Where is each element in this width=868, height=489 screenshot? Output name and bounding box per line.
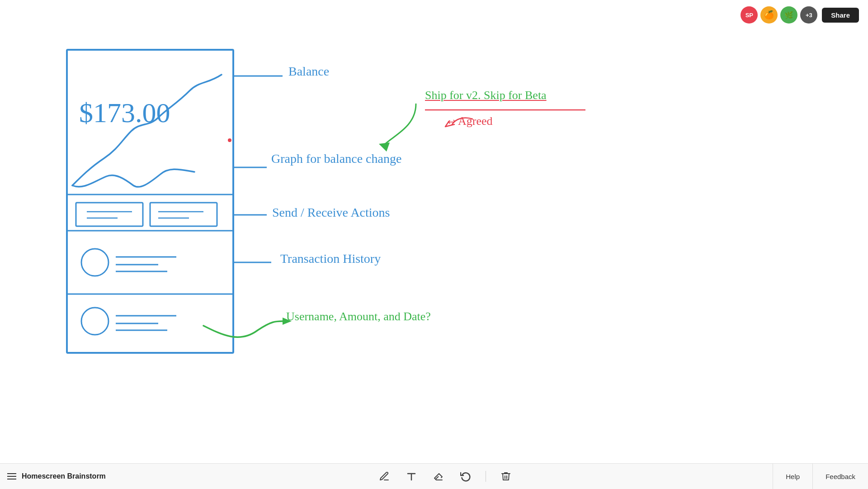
trash-tool-button[interactable] [499, 469, 513, 484]
bottom-toolbar: Homescreen Brainstorm [0, 463, 868, 489]
svg-rect-7 [76, 203, 143, 226]
balance-label: Balance [288, 64, 329, 79]
feedback-button[interactable]: Feedback [812, 464, 868, 489]
annotation-agreed: ↩Agreed [448, 114, 493, 128]
annotation-ship: Ship for v2. Skip for Beta [425, 89, 547, 102]
canvas-svg: $173.00 [0, 0, 868, 452]
svg-rect-8 [150, 203, 217, 226]
transaction-history-label: Transaction History [280, 252, 381, 266]
bottom-right-section: Help Feedback [773, 464, 868, 489]
undo-tool-button[interactable] [458, 469, 473, 484]
bottom-left-section: Homescreen Brainstorm [0, 472, 118, 480]
tool-divider [486, 471, 486, 482]
document-title: Homescreen Brainstorm [22, 472, 106, 480]
help-button[interactable]: Help [773, 464, 812, 489]
send-receive-label: Send / Receive Actions [272, 205, 390, 220]
svg-text:$173.00: $173.00 [79, 97, 170, 128]
eraser-tool-button[interactable] [431, 469, 446, 484]
graph-label: Graph for balance change [271, 152, 401, 166]
svg-point-5 [228, 138, 231, 142]
svg-marker-25 [379, 142, 390, 152]
svg-point-20 [81, 308, 108, 335]
reply-icon: ↩ [448, 117, 455, 127]
menu-icon[interactable] [7, 473, 16, 480]
pen-tool-button[interactable] [377, 469, 392, 484]
bottom-tools [118, 469, 773, 484]
svg-point-15 [81, 249, 108, 276]
username-label: Username, Amount, and Date? [286, 310, 431, 323]
text-tool-button[interactable] [404, 469, 419, 484]
